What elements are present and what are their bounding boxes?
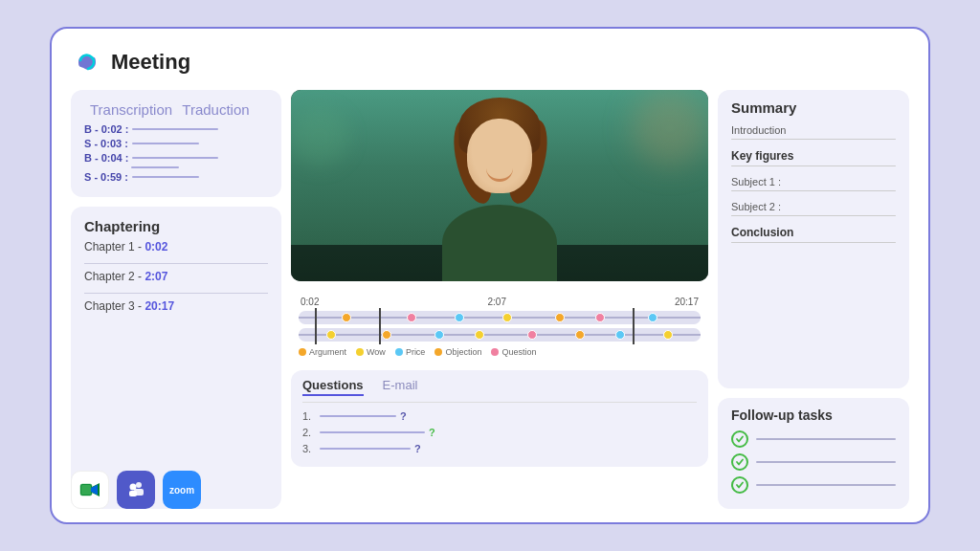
check-icon-3 [731,476,748,494]
questions-tab[interactable]: Questions [302,378,364,396]
transcript-line-4 [84,166,268,168]
middle-column: ⏮ ▶ ⏭ 0:02 2:07 20:17 [291,90,708,509]
followup-item-2 [731,453,896,471]
chapter-divider-1 [84,263,268,264]
transcription-panel: Transcription Traduction B - 0:02 : S - … [71,90,281,197]
summary-subject2: Subject 2 : [731,196,896,221]
summary-panel: Summary Introduction Key figures Subject… [718,90,909,388]
legend-price: Price [395,347,426,357]
svg-point-9 [130,484,137,491]
qa-tabs: Questions E-mail [302,378,697,403]
transcription-title: Transcription Traduction [84,101,268,118]
left-column: Transcription Traduction B - 0:02 : S - … [71,90,281,509]
ts-3: 20:17 [675,297,699,307]
legend-objection: Objection [434,347,481,357]
timeline-track-1 [299,311,701,324]
followup-panel: Follow-up tasks [718,398,909,509]
svg-rect-6 [81,485,91,495]
followup-item-3 [731,476,896,494]
ts-1: 0:02 [301,297,319,307]
summary-title: Summary [731,99,896,116]
chapter-2: Chapter 2 - 2:07 [84,270,268,283]
app-title: Meeting [111,50,190,75]
svg-point-7 [136,482,142,488]
question-1: 1. ? [302,410,697,422]
svg-rect-10 [129,491,137,496]
summary-conclusion[interactable]: Conclusion [731,221,896,248]
summary-introduction: Introduction [731,120,896,144]
question-2: 2. ? [302,427,697,438]
question-3: 3. ? [302,443,697,454]
transcript-line-2: S - 0:03 : [84,138,268,149]
chaptering-title: Chaptering [84,218,268,234]
google-meet-logo[interactable] [71,471,109,509]
questions-panel: Questions E-mail 1. ? 2. ? 3. ? [291,370,708,467]
followup-title: Follow-up tasks [731,408,896,423]
transcript-line-1: B - 0:02 : [84,123,268,135]
timeline-panel: 0:02 2:07 20:17 [291,291,708,361]
check-icon-1 [731,430,748,448]
chapter-divider-2 [84,293,268,294]
right-column: Summary Introduction Key figures Subject… [718,90,909,509]
summary-subject1: Subject 1 : [731,171,896,196]
legend-question: Question [491,347,536,357]
email-tab[interactable]: E-mail [383,378,418,396]
chapter-3: Chapter 3 - 20:17 [84,299,268,313]
video-player[interactable]: ⏮ ▶ ⏭ [291,90,708,281]
zoom-logo[interactable]: zoom [163,471,201,509]
chapter-1: Chapter 1 - 0:02 [84,240,268,253]
timeline-legend: Argument Wow Price Objection Question [299,347,701,357]
ts-2: 2:07 [487,297,505,307]
summary-key-figures[interactable]: Key figures [731,144,896,171]
transcript-line-3: B - 0:04 : [84,152,268,164]
traduction-tab[interactable]: Traduction [182,101,249,118]
app-logo-icon [71,46,103,78]
chaptering-panel: Chaptering Chapter 1 - 0:02 Chapter 2 - … [71,207,281,509]
timeline-timestamps: 0:02 2:07 20:17 [299,297,701,307]
integrations-logos: zoom [71,471,201,509]
legend-wow: Wow [356,347,386,357]
main-card: Meeting Transcription Traduction B - 0:0… [50,27,930,524]
legend-argument: Argument [299,347,346,357]
header: Meeting [71,46,909,78]
ms-teams-logo[interactable] [117,471,155,509]
timeline-track-2 [299,328,701,342]
check-icon-2 [731,453,748,471]
transcript-line-5: S - 0:59 : [84,171,268,183]
followup-item-1 [731,430,896,448]
